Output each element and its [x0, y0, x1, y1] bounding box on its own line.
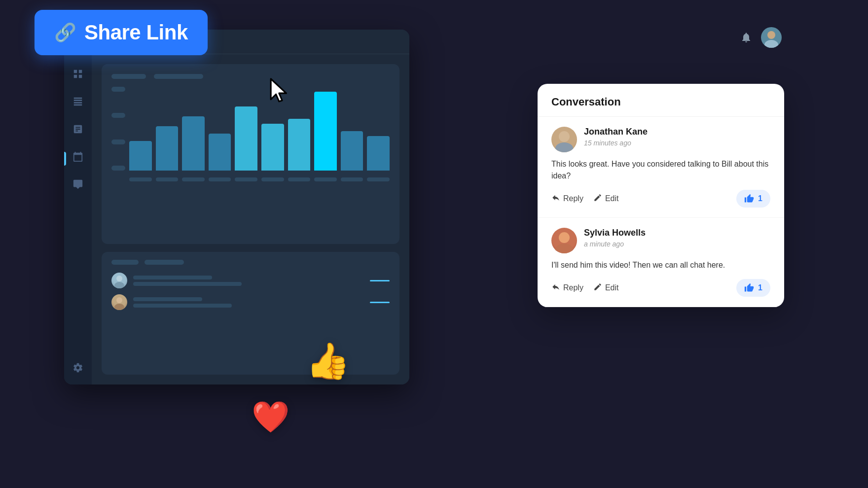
comment-meta-1: Jonathan Kane 15 minutes ago: [584, 127, 770, 147]
sidebar-item-calendar[interactable]: [71, 150, 85, 164]
comment-item-2: Sylvia Howells a minute ago I'll send hi…: [538, 218, 784, 307]
reply-icon-2: [551, 282, 560, 293]
y-label: [111, 166, 125, 171]
share-link-button[interactable]: 🔗 Share Link: [35, 10, 208, 55]
like-badge-1[interactable]: 1: [736, 190, 770, 208]
conversation-title: Conversation: [551, 96, 770, 108]
chart-bar: [182, 116, 205, 171]
list-item-subtext: [133, 282, 242, 286]
chart-filter-2: [154, 74, 203, 79]
sidebar-item-chart[interactable]: [71, 122, 85, 136]
svg-point-5: [764, 40, 778, 48]
dashboard-window: [64, 30, 409, 384]
sidebar-item-settings[interactable]: [71, 361, 85, 375]
y-label: [111, 139, 125, 144]
thumbs-up-emoji: 👍: [306, 340, 350, 382]
list-item-text: [133, 297, 202, 301]
comment-actions-2: Reply Edit 1: [551, 279, 770, 297]
header-icons: [737, 27, 782, 48]
like-count-2: 1: [758, 283, 762, 292]
comment-time-2: a minute ago: [584, 240, 770, 248]
edit-icon-1: [593, 193, 602, 204]
bottom-card: [102, 252, 399, 375]
comment-actions-1: Reply Edit 1: [551, 190, 770, 208]
bottom-card-header: [111, 260, 390, 265]
x-label: [261, 177, 284, 181]
list-item-indicator: [370, 280, 390, 281]
conversation-header: Conversation: [538, 84, 784, 117]
reply-label-1: Reply: [563, 194, 583, 203]
sidebar-item-grid[interactable]: [71, 67, 85, 81]
reply-button-2[interactable]: Reply: [551, 282, 583, 293]
svg-point-6: [559, 131, 570, 142]
user-avatar-header[interactable]: [761, 27, 782, 48]
chart-card: [102, 64, 399, 244]
heart-emoji: ❤️: [252, 399, 289, 435]
chart-filter-1: [111, 74, 146, 79]
list-item-indicator: [370, 302, 390, 303]
bottom-label-2: [145, 260, 184, 265]
reply-icon-1: [551, 193, 560, 204]
comment-header-1: Jonathan Kane 15 minutes ago: [551, 127, 770, 152]
edit-label-2: Edit: [605, 283, 619, 292]
notification-bell[interactable]: [737, 29, 755, 46]
avatar: [111, 294, 127, 310]
comment-meta-2: Sylvia Howells a minute ago: [584, 228, 770, 248]
svg-point-7: [555, 142, 573, 152]
y-axis: [111, 87, 129, 175]
sidebar-item-table[interactable]: [71, 95, 85, 108]
comment-time-1: 15 minutes ago: [584, 139, 770, 147]
x-label: [367, 177, 390, 181]
avatar-jonathan: [551, 127, 577, 152]
sidebar-active-indicator: [64, 152, 66, 166]
x-label: [156, 177, 179, 181]
edit-icon-2: [593, 282, 602, 293]
svg-point-8: [559, 232, 570, 243]
like-badge-2[interactable]: 1: [736, 279, 770, 297]
list-item-subtext: [133, 304, 232, 308]
dashboard-main: [92, 54, 409, 384]
chart-bar: [341, 131, 363, 171]
chain-icon: 🔗: [54, 22, 76, 43]
svg-point-2: [116, 297, 122, 303]
chart-bar: [314, 92, 337, 171]
x-label: [341, 177, 363, 181]
share-link-label: Share Link: [84, 21, 188, 44]
comment-item-1: Jonathan Kane 15 minutes ago This looks …: [538, 117, 784, 218]
x-label: [288, 177, 311, 181]
reply-button-1[interactable]: Reply: [551, 193, 583, 204]
x-label: [182, 177, 205, 181]
x-axis: [111, 177, 390, 181]
comment-header-2: Sylvia Howells a minute ago: [551, 228, 770, 253]
reply-label-2: Reply: [563, 283, 583, 292]
edit-button-1[interactable]: Edit: [593, 193, 619, 204]
chart-bar: [209, 134, 231, 171]
x-label: [235, 177, 257, 181]
like-count-1: 1: [758, 194, 762, 203]
svg-point-4: [767, 31, 775, 39]
x-label: [209, 177, 231, 181]
chart-bar: [261, 124, 284, 171]
svg-point-0: [116, 276, 122, 281]
x-label: [314, 177, 337, 181]
commenter-name-1: Jonathan Kane: [584, 127, 770, 137]
comment-text-1: This looks great. Have you considered ta…: [551, 158, 770, 182]
bottom-label-1: [111, 260, 139, 265]
list-item-text: [133, 276, 212, 279]
list-item: [111, 294, 390, 310]
chart-bar: [156, 126, 179, 171]
svg-point-1: [114, 282, 124, 288]
chart-bar: [129, 141, 152, 171]
chart-bar: [367, 136, 390, 171]
edit-button-2[interactable]: Edit: [593, 282, 619, 293]
x-label: [129, 177, 152, 181]
y-label: [111, 87, 125, 92]
sidebar-item-comment[interactable]: [71, 177, 85, 191]
list-item: [111, 273, 390, 288]
chart-header: [111, 74, 390, 79]
chart-bar: [288, 119, 311, 171]
svg-point-3: [114, 304, 124, 310]
comment-text-2: I'll send him this video! Then we can al…: [551, 259, 770, 271]
commenter-name-2: Sylvia Howells: [584, 228, 770, 238]
y-label: [111, 113, 125, 118]
